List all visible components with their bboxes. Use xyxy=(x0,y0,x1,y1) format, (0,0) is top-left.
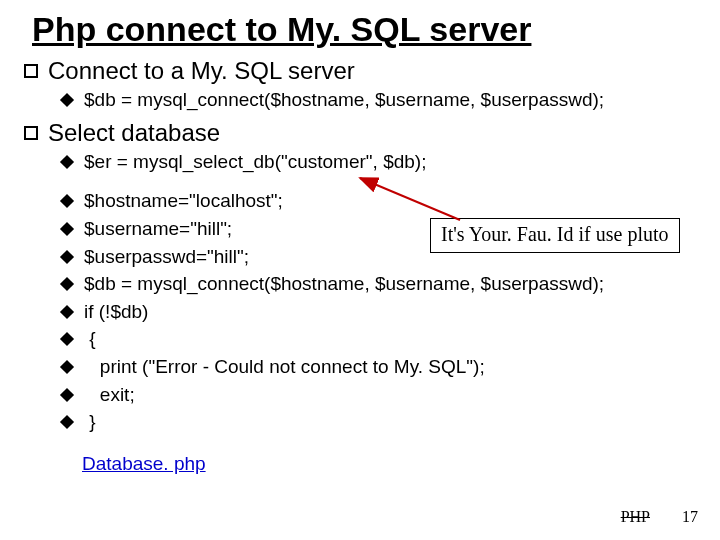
diamond-bullet-icon xyxy=(60,332,74,346)
code-text: $db = mysql_connect($hostname, $username… xyxy=(84,87,604,113)
code-line: print ("Error - Could not connect to My.… xyxy=(0,354,720,380)
square-bullet-icon xyxy=(24,126,38,140)
square-bullet-icon xyxy=(24,64,38,78)
code-line: $db = mysql_connect($hostname, $username… xyxy=(0,271,720,297)
section-heading-text: Select database xyxy=(48,119,220,147)
diamond-bullet-icon xyxy=(60,93,74,107)
footer-label: PHP xyxy=(621,508,650,526)
slide-title: Php connect to My. SQL server xyxy=(0,0,720,51)
callout-text: It's Your. Fau. Id if use pluto xyxy=(441,223,669,245)
code-line: } xyxy=(0,409,720,435)
code-line: if (!$db) xyxy=(0,299,720,325)
code-line: $db = mysql_connect($hostname, $username… xyxy=(0,87,720,113)
diamond-bullet-icon xyxy=(60,155,74,169)
database-link[interactable]: Database. php xyxy=(0,453,720,475)
code-text: } xyxy=(84,409,96,435)
code-text: $db = mysql_connect($hostname, $username… xyxy=(84,271,604,297)
diamond-bullet-icon xyxy=(60,194,74,208)
diamond-bullet-icon xyxy=(60,277,74,291)
diamond-bullet-icon xyxy=(60,415,74,429)
diamond-bullet-icon xyxy=(60,222,74,236)
code-line: { xyxy=(0,326,720,352)
code-line: $hostname="localhost"; xyxy=(0,188,720,214)
code-line: $er = mysql_select_db("customer", $db); xyxy=(0,149,720,175)
section-heading-select: Select database xyxy=(0,119,720,147)
code-text: print ("Error - Could not connect to My.… xyxy=(84,354,485,380)
code-line: exit; xyxy=(0,382,720,408)
diamond-bullet-icon xyxy=(60,388,74,402)
code-text: $er = mysql_select_db("customer", $db); xyxy=(84,149,426,175)
diamond-bullet-icon xyxy=(60,305,74,319)
diamond-bullet-icon xyxy=(60,249,74,263)
diamond-bullet-icon xyxy=(60,360,74,374)
section-heading-text: Connect to a My. SQL server xyxy=(48,57,355,85)
section-heading-connect: Connect to a My. SQL server xyxy=(0,57,720,85)
page-number: 17 xyxy=(682,508,698,526)
code-text: exit; xyxy=(84,382,135,408)
code-text: $username="hill"; xyxy=(84,216,232,242)
code-text: $hostname="localhost"; xyxy=(84,188,283,214)
callout-box: It's Your. Fau. Id if use pluto xyxy=(430,218,680,253)
code-text: { xyxy=(84,326,96,352)
code-text: $userpasswd="hill"; xyxy=(84,244,249,270)
code-text: if (!$db) xyxy=(84,299,148,325)
